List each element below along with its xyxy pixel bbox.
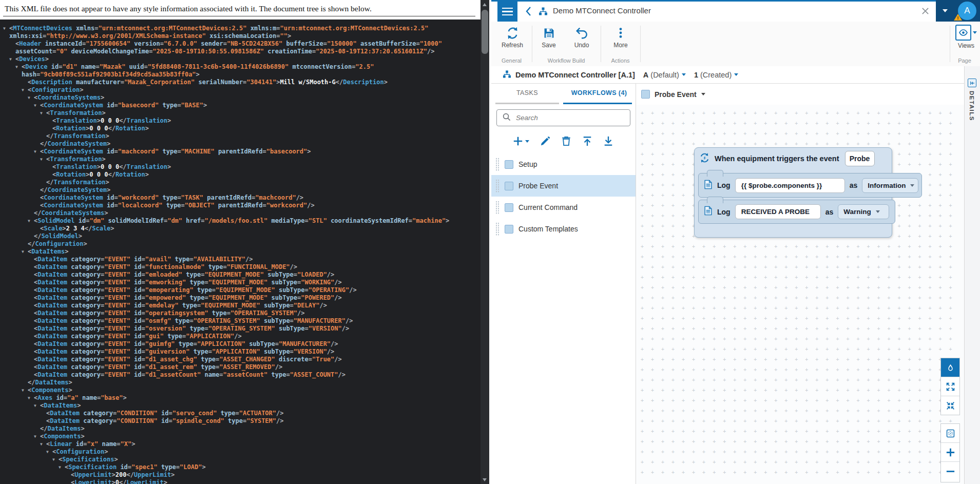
canvas-title: Probe Event — [655, 90, 697, 99]
log-level-select[interactable]: Warning — [838, 204, 889, 219]
top-accent-strip — [491, 0, 980, 2]
collapse-arrow-icon[interactable]: ▼ — [40, 156, 46, 163]
workflow-item-current-command[interactable]: Current Command — [491, 197, 636, 218]
xml-line: ▼<Specification id="spec1" type="LOAD"> — [0, 463, 481, 471]
workflow-checkbox[interactable] — [505, 225, 513, 234]
xml-line: <DataItem category="EVENT" id="emworking… — [0, 279, 481, 286]
drag-handle-icon[interactable] — [495, 222, 499, 236]
workflow-list-panel: TASKS WORKFLOWS (4) — [491, 84, 636, 484]
xml-line: ▼<CoordinateSystem id="basecoord" type="… — [0, 102, 481, 109]
menu-button[interactable] — [497, 2, 517, 22]
open-details-icon[interactable] — [968, 79, 976, 87]
xml-line: ▼<CoordinateSystems> — [0, 94, 481, 102]
collapse-arrow-icon[interactable]: ▼ — [15, 63, 22, 71]
more-button[interactable]: More — [605, 25, 637, 49]
collapse-arrow-icon[interactable]: ▼ — [40, 109, 46, 117]
undo-button[interactable]: Undo — [566, 25, 598, 49]
scroll-up-icon[interactable] — [483, 3, 487, 6]
log-level-select[interactable]: Information — [862, 178, 918, 193]
xml-line: ▼<Device id="d1" name="Mazak" uuid="5fd8… — [0, 63, 481, 71]
page-title: Demo MTConnect Controller — [553, 6, 651, 15]
collapse-arrow-icon[interactable]: ▼ — [28, 394, 34, 402]
theme-drop-button[interactable] — [941, 358, 959, 377]
edit-button[interactable] — [540, 136, 550, 146]
workflow-item-probe-event[interactable]: Probe Event — [491, 175, 636, 197]
collapse-arrow-icon[interactable]: ▼ — [34, 433, 40, 440]
tab-workflows[interactable]: WORKFLOWS (4) — [563, 84, 635, 103]
collapse-arrow-icon[interactable]: ▼ — [59, 463, 65, 471]
views-button[interactable]: Views — [952, 25, 980, 49]
collapse-arrow-icon[interactable]: ▼ — [28, 94, 34, 102]
refresh-button[interactable]: Refresh — [496, 25, 528, 49]
breadcrumb: Demo MTConnect Controller [A.1] A (Defau… — [491, 66, 964, 84]
details-label[interactable]: DETAILS — [969, 91, 975, 121]
log-block-1[interactable]: Log {{ $probe.components }} as Informati… — [698, 173, 922, 198]
add-caret-icon — [525, 140, 529, 143]
close-icon[interactable] — [921, 7, 929, 17]
delete-button[interactable] — [561, 136, 571, 146]
drag-handle-icon[interactable] — [495, 201, 499, 214]
xml-line: ▼<Linear id="x" name="X"> — [0, 440, 481, 448]
save-button[interactable]: Save — [533, 25, 565, 49]
workflow-checkbox[interactable] — [505, 182, 513, 190]
workflow-item-custom-templates[interactable]: Custom Templates — [491, 218, 636, 240]
account-caret-icon[interactable] — [943, 9, 948, 12]
xml-style-banner: This XML file does not appear to have an… — [0, 0, 481, 20]
back-chevron-icon[interactable] — [525, 6, 531, 18]
collapse-arrow-icon[interactable]: ▼ — [22, 86, 28, 94]
refresh-icon — [496, 25, 528, 41]
trigger-event-field[interactable]: Probe — [845, 151, 875, 166]
collapse-arrow-icon[interactable]: ▼ — [28, 217, 34, 225]
group-label-workflow-build: Workflow Build — [532, 57, 601, 64]
revision-dropdown-icon[interactable] — [734, 73, 738, 76]
zoom-out-button[interactable] — [941, 462, 959, 481]
group-label-general: General — [491, 57, 532, 64]
drag-handle-icon[interactable] — [495, 179, 499, 192]
collapse-arrow-icon[interactable]: ▼ — [46, 448, 52, 456]
breadcrumb-title[interactable]: Demo MTConnect Controller [A.1] — [515, 71, 635, 79]
collapse-arrow-icon[interactable]: ▼ — [9, 55, 15, 63]
version-dropdown-icon[interactable] — [682, 73, 686, 76]
log-message-input[interactable]: RECEIVED A PROBE — [735, 204, 821, 219]
collapse-arrow-icon[interactable]: ▼ — [52, 456, 59, 463]
zoom-in-button[interactable] — [941, 443, 959, 462]
tab-tasks[interactable]: TASKS — [491, 84, 563, 103]
collapse-arrow-icon[interactable]: ▼ — [22, 386, 28, 394]
log-block-2[interactable]: Log RECEIVED A PROBE as Warning — [698, 200, 895, 224]
scrollbar-thumb[interactable] — [482, 10, 488, 54]
avatar[interactable]: A — [958, 2, 976, 20]
scroll-down-icon[interactable] — [483, 478, 487, 481]
hierarchy-icon — [539, 7, 548, 18]
drag-handle-icon[interactable] — [495, 158, 499, 171]
expand-button[interactable] — [941, 377, 959, 396]
add-workflow-button[interactable] — [513, 136, 529, 146]
canvas-checkbox[interactable] — [641, 90, 650, 99]
select-caret-icon — [910, 184, 914, 187]
account-menu[interactable]: A ! — [936, 0, 980, 22]
collapse-arrow-icon[interactable]: ▼ — [34, 402, 40, 410]
xml-line: ▼<CoordinateSystem id="machcoord" type="… — [0, 148, 481, 156]
collapse-arrow-icon[interactable]: ▼ — [34, 148, 40, 156]
fit-view-button[interactable] — [941, 424, 959, 443]
xml-line: xmlns:xsi="http://www.w3.org/2001/XMLSch… — [0, 32, 481, 40]
collapse-arrow-icon[interactable]: ▼ — [3, 25, 9, 32]
collapse-button[interactable] — [941, 396, 959, 415]
search-input[interactable] — [515, 113, 625, 122]
collapse-arrow-icon[interactable]: ▼ — [22, 248, 28, 256]
workflow-checkbox[interactable] — [505, 203, 513, 212]
xml-line: <DataItem category="EVENT" id="d1_asset_… — [0, 356, 481, 363]
revision-number: 1 — [694, 71, 698, 79]
canvas-title-caret-icon[interactable] — [701, 93, 705, 95]
xml-line: </DataItems> — [0, 425, 481, 433]
collapse-arrow-icon[interactable]: ▼ — [40, 440, 46, 448]
xml-line: <Translation>0 0 0</Translation> — [0, 117, 481, 125]
log-message-input[interactable]: {{ $probe.components }} — [735, 178, 845, 193]
xml-line: </CoordinateSystem> — [0, 140, 481, 148]
workflow-checkbox[interactable] — [505, 160, 513, 169]
collapse-arrow-icon[interactable]: ▼ — [34, 102, 40, 109]
canvas-zoom-group — [940, 423, 960, 482]
move-to-top-button[interactable] — [582, 136, 592, 146]
workflow-item-setup[interactable]: Setup — [491, 153, 636, 175]
move-to-bottom-button[interactable] — [603, 136, 613, 146]
xml-scrollbar[interactable] — [481, 0, 489, 484]
